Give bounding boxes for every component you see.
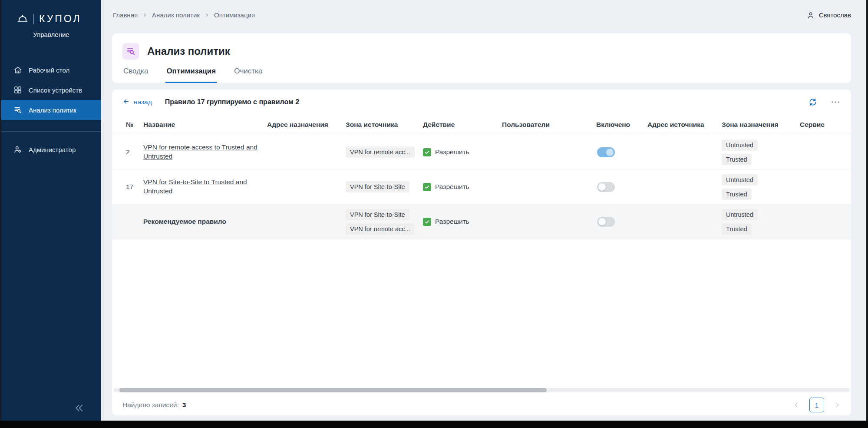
cell-source-zone: VPN for Site-to-SiteVPN for remote acc..…: [346, 204, 423, 239]
action-allow: Разрешить: [423, 183, 497, 191]
check-icon: [423, 148, 431, 156]
cell-action: Разрешить: [423, 204, 502, 239]
zone-tags: VPN for remote acc...: [346, 146, 418, 158]
sidebar: КУПОЛ Управление Рабочий столСписок устр…: [1, 0, 101, 421]
next-page-button[interactable]: [834, 401, 841, 408]
pagination: 1: [793, 398, 841, 412]
more-options-button[interactable]: [830, 97, 841, 107]
current-page[interactable]: 1: [809, 398, 824, 412]
cell-source-zone: VPN for remote acc...: [346, 135, 423, 169]
zone-tags: UntrustedTrusted: [722, 139, 795, 165]
sidebar-item-label: Список устройств: [29, 86, 82, 94]
breadcrumb-item[interactable]: Оптимизация: [214, 11, 255, 19]
zone-tags: VPN for Site-to-SiteVPN for remote acc..…: [346, 209, 418, 235]
policy-analysis-icon: [122, 43, 139, 60]
cell-enabled: [596, 169, 647, 204]
records-found-label: Найдено записей:: [122, 401, 179, 409]
user-icon: [806, 11, 815, 20]
records-found-count: 3: [182, 401, 186, 409]
user-menu[interactable]: Святослав: [806, 11, 851, 20]
sidebar-menu: Рабочий столСписок устройствАнализ полит…: [1, 60, 101, 159]
tabs: СводкаОптимизацияОчистка: [122, 67, 841, 83]
sidebar-collapse-button[interactable]: [73, 402, 86, 415]
table-footer: Найдено записей: 3 1: [112, 395, 851, 415]
sidebar-item-policy-analysis[interactable]: Анализ политик: [1, 100, 101, 120]
content: Анализ политик СводкаОптимизацияОчистка …: [101, 30, 866, 421]
cell-action: Разрешить: [423, 135, 502, 169]
check-icon: [423, 183, 431, 191]
desktop-icon: [13, 66, 22, 74]
prev-page-button[interactable]: [793, 401, 800, 408]
logo: КУПОЛ: [1, 0, 101, 25]
rule-name[interactable]: VPN for Site-to-Site to Trusted and Untr…: [143, 178, 258, 196]
cell-name: VPN for remote access to Trusted and Unt…: [143, 135, 267, 169]
horizontal-scrollbar[interactable]: [113, 388, 850, 392]
cell-source-address: [647, 204, 722, 239]
devices-grid-icon: [13, 86, 22, 94]
zone-tag: Untrusted: [722, 209, 758, 220]
sidebar-item-desktop[interactable]: Рабочий стол: [1, 60, 101, 80]
zone-tag: VPN for Site-to-Site: [346, 181, 409, 192]
rule-name[interactable]: VPN for remote access to Trusted and Unt…: [143, 143, 258, 161]
tab-summary[interactable]: Сводка: [122, 67, 149, 83]
background-window-strip: [0, 421, 868, 428]
logo-divider: [33, 14, 34, 24]
table-row: 2VPN for remote access to Trusted and Un…: [112, 135, 851, 169]
breadcrumb: ГлавнаяАнализ политикОптимизация: [113, 11, 255, 19]
horizontal-scrollbar-thumb[interactable]: [119, 388, 547, 392]
zone-tag: Untrusted: [722, 174, 758, 186]
column-header: Название: [143, 115, 267, 135]
cell-enabled: [596, 204, 647, 239]
policy-search-icon: [13, 106, 22, 114]
table-row: 17VPN for Site-to-Site to Trusted and Un…: [112, 169, 851, 204]
enabled-toggle[interactable]: [597, 217, 615, 227]
main-area: ГлавнаяАнализ политикОптимизация Святосл…: [101, 0, 866, 421]
column-header: Действие: [423, 115, 502, 135]
sidebar-item-administrator[interactable]: Администратор: [1, 139, 101, 159]
zone-tag: VPN for Site-to-Site: [346, 209, 409, 220]
dome-logo-icon: [17, 13, 28, 25]
sidebar-item-label: Рабочий стол: [29, 66, 69, 74]
cell-users: [502, 204, 596, 239]
action-label: Разрешить: [435, 218, 469, 226]
grouping-message: Правило 17 группируемо с правилом 2: [165, 98, 299, 106]
zone-tags: UntrustedTrusted: [722, 174, 795, 200]
tab-cleanup[interactable]: Очистка: [233, 67, 263, 83]
app-window: КУПОЛ Управление Рабочий столСписок устр…: [1, 0, 866, 421]
tab-optimization[interactable]: Оптимизация: [165, 67, 217, 83]
cell-service: [800, 204, 851, 239]
table-wrap: №НазваниеАдрес назначенияЗона источникаД…: [112, 115, 851, 388]
cell-number: [112, 204, 143, 239]
zone-tag: Trusted: [722, 189, 752, 200]
breadcrumb-item[interactable]: Главная: [113, 11, 138, 19]
enabled-toggle[interactable]: [597, 147, 615, 157]
cell-source-zone: VPN for Site-to-Site: [346, 169, 423, 204]
action-label: Разрешить: [435, 183, 469, 191]
sidebar-item-devices[interactable]: Список устройств: [1, 80, 101, 100]
back-button[interactable]: назад: [122, 98, 152, 107]
column-header: Пользователи: [502, 115, 596, 135]
cell-enabled: [596, 135, 647, 169]
refresh-button[interactable]: [809, 98, 817, 106]
enabled-toggle[interactable]: [597, 182, 615, 192]
table-row: Рекомендуемое правилоVPN for Site-to-Sit…: [112, 204, 851, 239]
chevron-right-icon: [205, 13, 209, 17]
cell-dest-zone: UntrustedTrusted: [722, 204, 800, 239]
cell-name: VPN for Site-to-Site to Trusted and Untr…: [143, 169, 267, 204]
logo-text: КУПОЛ: [39, 13, 82, 25]
cell-number: 2: [112, 135, 143, 169]
title-row: Анализ политик: [122, 43, 841, 60]
zone-tag: Trusted: [722, 223, 752, 235]
toggle-knob: [598, 218, 606, 226]
cell-dest-zone: UntrustedTrusted: [722, 135, 800, 169]
zone-tags: UntrustedTrusted: [722, 209, 795, 235]
breadcrumb-item[interactable]: Анализ политик: [152, 11, 200, 19]
table-toolbar: назад Правило 17 группируемо с правилом …: [112, 90, 851, 115]
page-header-card: Анализ политик СводкаОптимизацияОчистка: [112, 33, 851, 83]
column-header: Адрес назначения: [267, 115, 346, 135]
column-header: Адрес источника: [647, 115, 722, 135]
sidebar-divider: [1, 131, 101, 132]
zone-tag: VPN for remote acc...: [346, 146, 415, 158]
app-subtitle: Управление: [1, 31, 101, 38]
cell-users: [502, 135, 596, 169]
